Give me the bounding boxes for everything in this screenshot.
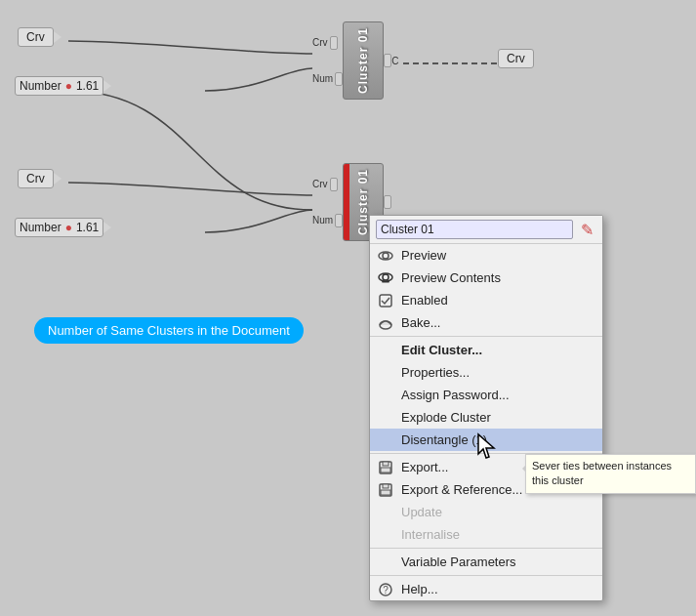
- menu-item-preview[interactable]: Preview: [370, 244, 602, 267]
- bottom-number-value: 1.61: [76, 221, 99, 234]
- menu-item-assign-password-label: Assign Password...: [401, 388, 510, 402]
- bottom-number-body: Number ● 1.61: [15, 218, 103, 237]
- menu-item-bake[interactable]: Bake...: [370, 311, 602, 334]
- menu-item-export-ref-label: Export & Reference...: [401, 482, 522, 497]
- menu-rename-icon[interactable]: ✎: [577, 220, 596, 239]
- menu-item-preview-contents-label: Preview Contents: [401, 270, 501, 285]
- menu-item-variable-params[interactable]: Variable Parameters: [370, 551, 602, 573]
- svg-text:?: ?: [383, 585, 389, 595]
- top-cluster-node[interactable]: Crv Num Cluster 01 C: [312, 21, 400, 100]
- svg-rect-10: [381, 468, 390, 472]
- question-icon: ?: [376, 580, 395, 599]
- bottom-cluster-in-ports: Crv Num: [312, 163, 343, 241]
- menu-item-assign-password[interactable]: Assign Password...: [370, 384, 602, 406]
- bottom-cluster-port-crv: Crv: [312, 178, 343, 191]
- top-cluster-out-ports: C: [384, 21, 400, 100]
- top-crv-out-node[interactable]: Crv: [498, 49, 534, 68]
- top-number-node[interactable]: Number ● 1.61: [15, 76, 111, 96]
- check-icon: [376, 291, 395, 310]
- top-crv-out-port: [54, 31, 61, 43]
- menu-item-enabled-label: Enabled: [401, 293, 448, 308]
- bottom-number-out-port: [103, 222, 111, 233]
- bottom-crv-out-port: [54, 173, 61, 185]
- top-cluster-port-num: Num: [312, 72, 343, 86]
- svg-rect-13: [381, 490, 390, 495]
- separator-4: [370, 575, 602, 576]
- bake-icon: [376, 313, 395, 333]
- svg-rect-5: [382, 281, 389, 283]
- top-number-value: 1.61: [76, 79, 99, 93]
- bottom-cluster-out: [384, 195, 391, 209]
- svg-rect-12: [383, 484, 389, 488]
- top-number-dot: ●: [65, 79, 72, 93]
- top-cluster-body: Cluster 01: [343, 21, 384, 100]
- tooltip: Sever ties between instances this cluste…: [525, 454, 696, 494]
- menu-item-help[interactable]: ? Help...: [370, 578, 602, 600]
- separator-3: [370, 548, 602, 549]
- menu-item-properties-label: Properties...: [401, 365, 470, 380]
- menu-item-edit-cluster-label: Edit Cluster...: [401, 343, 482, 357]
- menu-item-explode-cluster-label: Explode Cluster: [401, 410, 491, 425]
- menu-item-enabled[interactable]: Enabled: [370, 289, 602, 311]
- eye-contents-icon: [376, 268, 395, 288]
- top-crv-node[interactable]: Crv: [18, 27, 61, 47]
- menu-item-bake-label: Bake...: [401, 315, 440, 330]
- menu-item-preview-contents[interactable]: Preview Contents: [370, 267, 602, 289]
- top-cluster-port-crv: Crv: [312, 36, 343, 50]
- menu-item-properties[interactable]: Properties...: [370, 361, 602, 384]
- menu-item-help-label: Help...: [401, 582, 438, 596]
- top-crv-out-label: Crv: [498, 49, 534, 68]
- top-cluster-label: Cluster 01: [356, 27, 370, 94]
- menu-item-variable-params-label: Variable Parameters: [401, 554, 516, 569]
- menu-item-internalise-label: Internalise: [401, 527, 460, 542]
- menu-item-update: Update: [370, 501, 602, 523]
- bottom-crv-node[interactable]: Crv: [18, 169, 61, 188]
- tooltip-text: Sever ties between instances this cluste…: [532, 460, 672, 486]
- context-menu[interactable]: ✎ Preview Preview Contents Enabled: [369, 215, 603, 601]
- menu-item-update-label: Update: [401, 505, 442, 519]
- bottom-cluster-stripe: [344, 164, 349, 240]
- separator-1: [370, 336, 602, 337]
- bottom-number-node[interactable]: Number ● 1.61: [15, 218, 111, 237]
- canvas: Crv Number ● 1.61 Crv Num Cluster 01: [0, 0, 696, 616]
- top-number-body: Number ● 1.61: [15, 76, 103, 96]
- bottom-cluster-port-num: Num: [312, 214, 343, 227]
- balloon-annotation: Number of Same Clusters in the Document: [34, 317, 304, 344]
- svg-point-1: [383, 253, 389, 259]
- menu-title-input[interactable]: [376, 220, 573, 239]
- top-crv-label: Crv: [18, 27, 54, 47]
- top-cluster-out-c: C: [384, 54, 400, 67]
- menu-item-explode-cluster[interactable]: Explode Cluster: [370, 406, 602, 429]
- top-number-out-port: [103, 80, 111, 92]
- menu-item-disentangle[interactable]: Disentangle (1): [370, 429, 602, 451]
- menu-item-export-label: Export...: [401, 460, 448, 474]
- top-number-label: Number: [20, 79, 61, 93]
- bottom-crv-label: Crv: [18, 169, 54, 188]
- eye-icon: [376, 246, 395, 266]
- save-ref-icon: [376, 480, 395, 500]
- menu-title-row: ✎: [370, 216, 602, 244]
- svg-point-3: [383, 274, 389, 280]
- menu-item-edit-cluster[interactable]: Edit Cluster...: [370, 339, 602, 361]
- save-icon: [376, 458, 395, 477]
- top-cluster-in-ports: Crv Num: [312, 21, 343, 100]
- svg-rect-6: [380, 295, 391, 307]
- bottom-number-label: Number: [20, 221, 61, 234]
- menu-item-disentangle-label: Disentangle (1): [401, 432, 487, 447]
- menu-item-preview-label: Preview: [401, 248, 446, 263]
- svg-rect-9: [383, 462, 389, 466]
- balloon-text: Number of Same Clusters in the Document: [48, 323, 290, 338]
- menu-item-internalise: Internalise: [370, 523, 602, 546]
- bottom-number-dot: ●: [65, 221, 72, 234]
